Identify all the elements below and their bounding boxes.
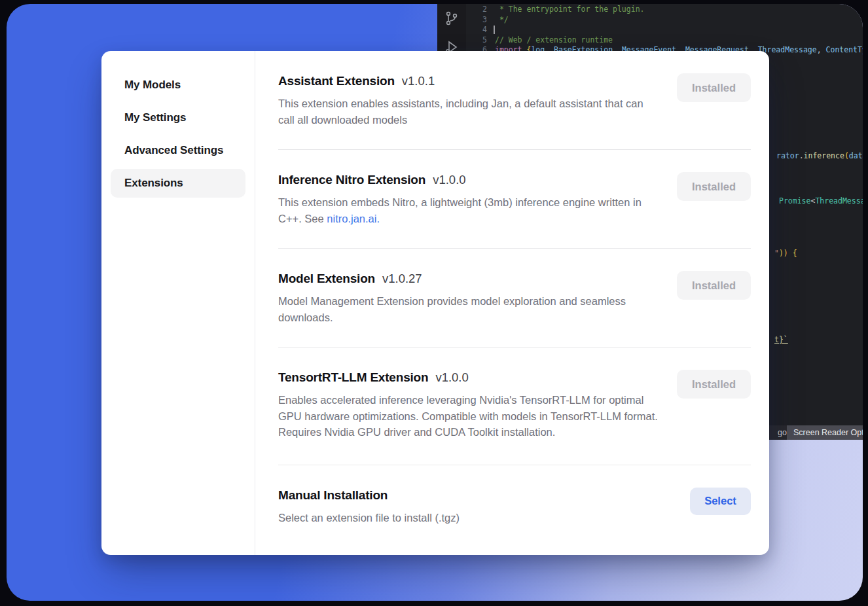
extension-name: Inference Nitro Extensionv1.0.0 <box>278 171 658 188</box>
settings-modal: My ModelsMy SettingsAdvanced SettingsExt… <box>101 51 769 555</box>
line-number: 4 <box>471 25 487 35</box>
extension-name: TensortRT-LLM Extensionv1.0.0 <box>278 369 658 386</box>
code-fragment: Promise<ThreadMessage> <box>779 196 863 207</box>
code-line: 4 <box>437 25 863 35</box>
code-fragment: rator.inference(data)); <box>776 151 863 162</box>
extension-version: v1.0.0 <box>435 370 468 384</box>
manual-installation-description: Select an extension file to install (.tg… <box>278 510 460 526</box>
extension-item: Model Extensionv1.0.27Model Management E… <box>278 249 751 348</box>
line-number: 5 <box>471 35 487 46</box>
code-fragment: t}` <box>774 335 788 346</box>
extension-item: Assistant Extensionv1.0.1This extension … <box>278 51 751 150</box>
manual-installation-title: Manual Installation <box>278 487 460 504</box>
screen-reader-chip[interactable]: Screen Reader Optimized <box>787 425 863 440</box>
extension-description: This extension embeds Nitro, a lightweig… <box>278 194 658 226</box>
sidebar-item-advanced-settings[interactable]: Advanced Settings <box>111 136 245 165</box>
extension-description: Model Management Extension provides mode… <box>278 293 658 325</box>
installed-button[interactable]: Installed <box>677 172 751 201</box>
text-cursor <box>494 26 495 34</box>
line-number: 2 <box>471 5 487 15</box>
extension-item: TensortRT-LLM Extensionv1.0.0Enables acc… <box>278 348 751 465</box>
extensions-list: Assistant Extensionv1.0.1This extension … <box>255 51 769 555</box>
extension-name: Model Extensionv1.0.27 <box>278 270 658 287</box>
extension-item: Inference Nitro Extensionv1.0.0This exte… <box>278 150 751 249</box>
installed-button[interactable]: Installed <box>677 370 751 399</box>
extension-description: This extension enables assistants, inclu… <box>278 96 658 128</box>
sidebar-item-my-models[interactable]: My Models <box>111 71 245 99</box>
extension-name: Assistant Extensionv1.0.1 <box>278 73 658 90</box>
sidebar-item-my-settings[interactable]: My Settings <box>111 103 245 132</box>
nitro-link[interactable]: nitro.jan.ai. <box>327 213 380 224</box>
extension-description: Enables accelerated inference leveraging… <box>278 392 658 440</box>
installed-button[interactable]: Installed <box>677 271 751 300</box>
code-fragment: ")) { <box>774 249 797 259</box>
code-line: 3 */ <box>437 15 863 26</box>
select-button[interactable]: Select <box>690 488 751 515</box>
hero-panel: 2 * The entrypoint for the plugin.3 */45… <box>7 4 863 601</box>
extension-version: v1.0.1 <box>402 74 435 88</box>
settings-sidebar: My ModelsMy SettingsAdvanced SettingsExt… <box>101 51 255 555</box>
sidebar-item-extensions[interactable]: Extensions <box>111 169 245 198</box>
installed-button[interactable]: Installed <box>677 73 751 102</box>
manual-installation-row: Manual Installation Select an extension … <box>278 465 751 548</box>
code-line: 5// Web / extension runtime <box>437 35 863 46</box>
line-number: 3 <box>471 15 487 26</box>
extension-version: v1.0.27 <box>382 272 422 285</box>
status-text: go <box>778 425 787 440</box>
extension-version: v1.0.0 <box>433 173 465 187</box>
code-line: 2 * The entrypoint for the plugin. <box>437 5 863 15</box>
